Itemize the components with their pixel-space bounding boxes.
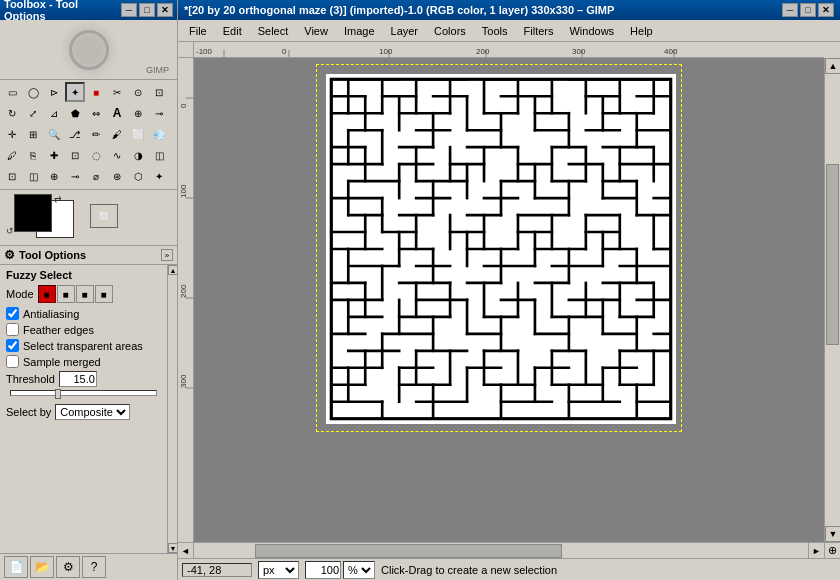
text-tool[interactable]: A [107,103,127,123]
tool-extra4[interactable]: ⊛ [107,166,127,186]
perspective-tool[interactable]: ⬟ [65,103,85,123]
persp-clone-tool[interactable]: ⊡ [65,145,85,165]
open-file-btn[interactable]: 📂 [30,556,54,578]
menu-help[interactable]: Help [623,22,660,40]
menu-image[interactable]: Image [337,22,382,40]
zoom-unit-select[interactable]: % [343,561,375,579]
to-scroll-up-btn[interactable]: ▲ [168,265,177,275]
dodge-burn-tool[interactable]: ◑ [128,145,148,165]
zoom-tool[interactable]: 🔍 [44,124,64,144]
menu-file[interactable]: File [182,22,214,40]
swap-colors-icon[interactable]: ⇄ [54,194,62,204]
reset-colors-icon[interactable]: ↺ [6,226,14,236]
by-color-select-tool[interactable]: ■ [86,82,106,102]
flip-tool[interactable]: ⇔ [86,103,106,123]
scroll-corner-plus[interactable]: ⊕ [824,543,840,559]
toolbox-maximize-btn[interactable]: □ [139,3,155,17]
ellipse-select-tool[interactable]: ◯ [23,82,43,102]
scroll-up-btn[interactable]: ▲ [825,58,840,74]
menu-windows[interactable]: Windows [562,22,621,40]
free-select-tool[interactable]: ⊳ [44,82,64,102]
clone-tool[interactable]: ⎘ [23,145,43,165]
threshold-input[interactable] [59,371,97,387]
pencil-tool[interactable]: ✏ [86,124,106,144]
threshold-slider-thumb[interactable] [55,389,61,399]
crop-tool[interactable]: ⊡ [149,82,169,102]
toolbox-close-btn[interactable]: ✕ [157,3,173,17]
heal-tool[interactable]: ✚ [44,145,64,165]
menu-colors[interactable]: Colors [427,22,473,40]
scale-tool[interactable]: ⤢ [23,103,43,123]
select-transparent-checkbox[interactable] [6,339,19,352]
canvas-viewport[interactable] [194,58,824,542]
svg-text:400: 400 [664,47,678,56]
rect-select-tool[interactable]: ▭ [2,82,22,102]
tool-extra1[interactable]: ⊕ [44,166,64,186]
ruler-vertical: 0 100 200 300 [178,58,194,542]
sample-merged-checkbox[interactable] [6,355,19,368]
new-file-btn[interactable]: 📄 [4,556,28,578]
bucket-fill-tool[interactable]: ⊡ [2,166,22,186]
zoom-input[interactable] [305,561,341,579]
preferences-btn[interactable]: ⚙ [56,556,80,578]
scroll-left-btn[interactable]: ◄ [178,543,194,559]
menu-filters[interactable]: Filters [517,22,561,40]
tool-extra6[interactable]: ✦ [149,166,169,186]
scroll-h-track[interactable] [194,543,808,559]
select-by-label: Select by [6,406,51,418]
gimp-close-btn[interactable]: ✕ [818,3,834,17]
foreground-color-swatch[interactable] [14,194,52,232]
scroll-h-thumb[interactable] [255,544,562,558]
tool-extra5[interactable]: ⬡ [128,166,148,186]
scroll-v-track[interactable] [825,74,840,526]
blend-tool[interactable]: ◫ [23,166,43,186]
gimp-maximize-btn[interactable]: □ [800,3,816,17]
toolbox-minimize-btn[interactable]: ─ [121,3,137,17]
help-btn[interactable]: ? [82,556,106,578]
color-picker-tool[interactable]: ⊕ [128,103,148,123]
scroll-right-btn[interactable]: ► [808,543,824,559]
mode-subtract-btn[interactable]: ■ [76,285,94,303]
gimp-minimize-btn[interactable]: ─ [782,3,798,17]
menu-layer[interactable]: Layer [384,22,426,40]
tool-options-collapse-btn[interactable]: » [161,249,173,261]
scroll-down-btn[interactable]: ▼ [825,526,840,542]
airbrush-tool[interactable]: 💨 [149,124,169,144]
antialiasing-checkbox[interactable] [6,307,19,320]
select-by-select[interactable]: Composite [55,404,130,420]
menu-select[interactable]: Select [251,22,296,40]
blur-tool[interactable]: ◌ [86,145,106,165]
mode-replace-btn[interactable]: ■ [38,285,56,303]
mode-add-btn[interactable]: ■ [57,285,75,303]
to-scroll-track [168,275,177,543]
align-tool[interactable]: ⊞ [23,124,43,144]
rotate-tool[interactable]: ↻ [2,103,22,123]
paths-tool[interactable]: ⎇ [65,124,85,144]
desaturate-tool[interactable]: ◫ [149,145,169,165]
fuzzy-select-tool[interactable]: ✦ [65,82,85,102]
mode-buttons: ■ ■ ■ ■ [38,285,113,303]
select-by-row: Select by Composite [0,400,167,424]
threshold-slider[interactable] [10,390,157,396]
paintbrush-tool[interactable]: 🖌 [107,124,127,144]
smudge-tool[interactable]: ∿ [107,145,127,165]
to-scroll-down-btn[interactable]: ▼ [168,543,177,553]
menu-tools[interactable]: Tools [475,22,515,40]
status-message: Click-Drag to create a new selection [381,564,836,576]
ink-tool[interactable]: 🖊 [2,145,22,165]
mode-intersect-btn[interactable]: ■ [95,285,113,303]
tool-extra2[interactable]: ⊸ [65,166,85,186]
feather-edges-checkbox[interactable] [6,323,19,336]
shear-tool[interactable]: ⊿ [44,103,64,123]
measure-tool[interactable]: ⊸ [149,103,169,123]
scroll-v-thumb[interactable] [826,164,839,345]
menu-view[interactable]: View [297,22,335,40]
eraser-tool[interactable]: ⬜ [128,124,148,144]
quick-mask-btn[interactable]: ⬜ [90,204,118,228]
unit-select[interactable]: px in mm [258,561,299,579]
menu-edit[interactable]: Edit [216,22,249,40]
move-tool[interactable]: ✛ [2,124,22,144]
scissors-tool[interactable]: ✂ [107,82,127,102]
tool-extra3[interactable]: ⌀ [86,166,106,186]
foreground-select-tool[interactable]: ⊙ [128,82,148,102]
